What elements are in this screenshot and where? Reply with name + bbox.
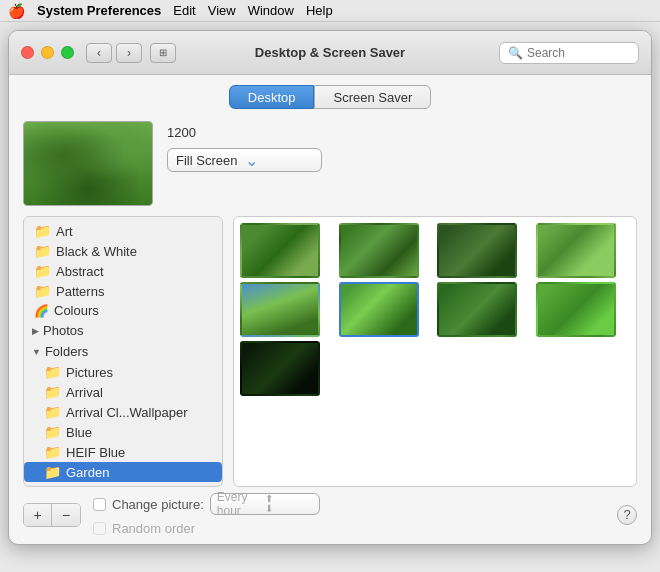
every-hour-label: Every hour bbox=[217, 490, 265, 518]
back-button[interactable]: ‹ bbox=[86, 43, 112, 63]
change-picture-label: Change picture: bbox=[112, 497, 204, 512]
chevron-down-icon: ⌄ bbox=[245, 151, 314, 170]
folders-group[interactable]: ▼ Folders bbox=[24, 341, 222, 362]
search-input[interactable] bbox=[527, 46, 630, 60]
disclosure-right-icon: ▶ bbox=[32, 326, 39, 336]
search-box[interactable]: 🔍 bbox=[499, 42, 639, 64]
maximize-button[interactable] bbox=[61, 46, 74, 59]
folder-icon: 📁 bbox=[44, 424, 61, 440]
sidebar-item-label: Blue bbox=[66, 425, 92, 440]
change-picture-row: Change picture: Every hour ⬆⬇ bbox=[93, 493, 609, 515]
tab-desktop[interactable]: Desktop bbox=[229, 85, 315, 109]
thumbnail-5[interactable] bbox=[240, 282, 320, 337]
preview-row: 1200 Fill Screen ⌄ bbox=[23, 117, 637, 206]
random-order-checkbox[interactable] bbox=[93, 522, 106, 535]
sidebar-item-arrival[interactable]: 📁 Arrival bbox=[24, 382, 222, 402]
nav-buttons: ‹ › bbox=[86, 43, 142, 63]
traffic-lights bbox=[21, 46, 74, 59]
folder-icon: 📁 bbox=[44, 404, 61, 420]
preview-image bbox=[23, 121, 153, 206]
sidebar-item-label: Art bbox=[56, 224, 73, 239]
minimize-button[interactable] bbox=[41, 46, 54, 59]
thumbnail-4[interactable] bbox=[536, 223, 616, 278]
thumbnail-9[interactable] bbox=[240, 341, 320, 396]
change-picture-checkbox[interactable] bbox=[93, 498, 106, 511]
remove-button[interactable]: − bbox=[52, 504, 80, 526]
window-title: Desktop & Screen Saver bbox=[255, 45, 405, 60]
sidebar-item-blue[interactable]: 📁 Blue bbox=[24, 422, 222, 442]
thumbnails-grid bbox=[233, 216, 637, 487]
thumbnail-8[interactable] bbox=[536, 282, 616, 337]
sidebar-item-label: Garden bbox=[66, 465, 109, 480]
sidebar-item-pictures[interactable]: 📁 Pictures bbox=[24, 362, 222, 382]
sidebar-item-label: Arrival bbox=[66, 385, 103, 400]
menubar: 🍎 System Preferences Edit View Window He… bbox=[0, 0, 660, 22]
tabbar: Desktop Screen Saver bbox=[9, 75, 651, 117]
sidebar-item-label: Pictures bbox=[66, 365, 113, 380]
sidebar-item-patterns[interactable]: 📁 Patterns bbox=[24, 281, 222, 301]
menu-help[interactable]: Help bbox=[306, 3, 333, 18]
photos-label: Photos bbox=[43, 323, 83, 338]
disclosure-down-icon: ▼ bbox=[32, 347, 41, 357]
thumbnail-3[interactable] bbox=[437, 223, 517, 278]
sidebar-item-art[interactable]: 📁 Art bbox=[24, 221, 222, 241]
sidebar-item-label: Arrival Cl...Wallpaper bbox=[66, 405, 188, 420]
fill-screen-label: Fill Screen bbox=[176, 153, 245, 168]
titlebar: ‹ › ⊞ Desktop & Screen Saver 🔍 bbox=[9, 31, 651, 75]
menu-system-preferences[interactable]: System Preferences bbox=[37, 3, 161, 18]
folder-icon: 📁 bbox=[34, 243, 51, 259]
folder-icon: 📁 bbox=[44, 384, 61, 400]
folder-icon: 📁 bbox=[34, 223, 51, 239]
sidebar-item-arrival-cl[interactable]: 📁 Arrival Cl...Wallpaper bbox=[24, 402, 222, 422]
folders-label: Folders bbox=[45, 344, 88, 359]
thumbnail-2[interactable] bbox=[339, 223, 419, 278]
every-hour-select[interactable]: Every hour ⬆⬇ bbox=[210, 493, 320, 515]
sidebar-item-label: Colours bbox=[54, 303, 99, 318]
grid-button[interactable]: ⊞ bbox=[150, 43, 176, 63]
random-order-label: Random order bbox=[112, 521, 195, 536]
menu-edit[interactable]: Edit bbox=[173, 3, 195, 18]
folder-icon: 📁 bbox=[44, 464, 61, 480]
folder-icon: 📁 bbox=[44, 444, 61, 460]
close-button[interactable] bbox=[21, 46, 34, 59]
content-area: 1200 Fill Screen ⌄ 📁 Art 📁 Black & White bbox=[9, 117, 651, 544]
menu-window[interactable]: Window bbox=[248, 3, 294, 18]
sidebar-controls: + − bbox=[23, 503, 81, 527]
sidebar-item-garden[interactable]: 📁 Garden bbox=[24, 462, 222, 482]
sidebar-item-black-white[interactable]: 📁 Black & White bbox=[24, 241, 222, 261]
sidebar-item-label: Black & White bbox=[56, 244, 137, 259]
sidebar-item-abstract[interactable]: 📁 Abstract bbox=[24, 261, 222, 281]
folder-icon: 📁 bbox=[34, 263, 51, 279]
stepper-icon: ⬆⬇ bbox=[265, 494, 313, 514]
fill-screen-select[interactable]: Fill Screen ⌄ bbox=[167, 148, 322, 172]
rainbow-icon: 🌈 bbox=[34, 304, 49, 318]
thumbnail-7[interactable] bbox=[437, 282, 517, 337]
thumbnail-6[interactable] bbox=[339, 282, 419, 337]
sidebar-item-heif-blue[interactable]: 📁 HEIF Blue bbox=[24, 442, 222, 462]
sidebar-item-label: HEIF Blue bbox=[66, 445, 125, 460]
random-order-row: Random order bbox=[93, 521, 609, 536]
bottom-right-controls: Change picture: Every hour ⬆⬇ Random ord… bbox=[93, 493, 609, 536]
sidebar: 📁 Art 📁 Black & White 📁 Abstract 📁 Patte… bbox=[23, 216, 223, 487]
preview-info: 1200 Fill Screen ⌄ bbox=[167, 121, 322, 172]
sidebar-item-colours[interactable]: 🌈 Colours bbox=[24, 301, 222, 320]
sidebar-item-label: Abstract bbox=[56, 264, 104, 279]
tab-screen-saver[interactable]: Screen Saver bbox=[314, 85, 431, 109]
folder-icon: 📁 bbox=[34, 283, 51, 299]
apple-menu[interactable]: 🍎 bbox=[8, 3, 25, 19]
bottom-bar: + − Change picture: Every hour ⬆⬇ Random… bbox=[23, 493, 637, 536]
add-button[interactable]: + bbox=[24, 504, 52, 526]
folder-icon: 📁 bbox=[44, 364, 61, 380]
sidebar-item-label: Patterns bbox=[56, 284, 104, 299]
thumbnail-1[interactable] bbox=[240, 223, 320, 278]
forward-button[interactable]: › bbox=[116, 43, 142, 63]
photos-group[interactable]: ▶ Photos bbox=[24, 320, 222, 341]
menu-view[interactable]: View bbox=[208, 3, 236, 18]
window: ‹ › ⊞ Desktop & Screen Saver 🔍 Desktop S… bbox=[8, 30, 652, 545]
preview-number: 1200 bbox=[167, 125, 322, 140]
main-panel: 📁 Art 📁 Black & White 📁 Abstract 📁 Patte… bbox=[23, 216, 637, 487]
search-icon: 🔍 bbox=[508, 46, 523, 60]
help-button[interactable]: ? bbox=[617, 505, 637, 525]
